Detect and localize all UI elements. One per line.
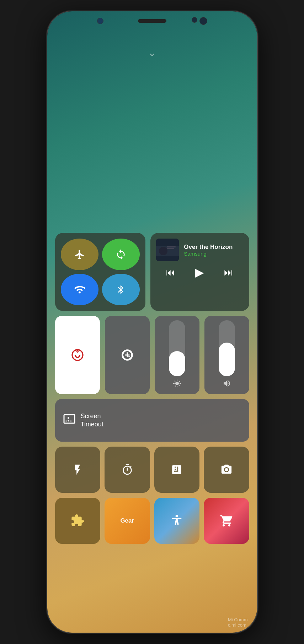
watermark: Mi Comm c.mi.com xyxy=(228,617,248,628)
speaker-grille xyxy=(138,19,166,23)
wifi-button[interactable] xyxy=(61,274,98,305)
screen: ⌄ xyxy=(47,11,257,633)
connectivity-grid xyxy=(55,233,146,311)
row-screen-timeout: ScreenTimeout xyxy=(55,399,249,442)
gear-label: Gear xyxy=(120,517,134,524)
svg-rect-3 xyxy=(167,246,176,247)
camera-button[interactable] xyxy=(204,447,249,493)
shortcuts-row-1 xyxy=(55,447,249,493)
svg-point-7 xyxy=(176,515,178,517)
store-button[interactable] xyxy=(204,498,249,544)
album-art xyxy=(156,239,179,261)
pull-down-arrow[interactable]: ⌄ xyxy=(148,47,156,59)
svg-rect-4 xyxy=(167,248,174,249)
shortcuts-row-2: Gear xyxy=(55,498,249,544)
track-title: Over the Horizon xyxy=(184,244,243,251)
volume-slider[interactable] xyxy=(204,316,249,394)
brightness-slider[interactable] xyxy=(155,316,199,394)
bluetooth-button[interactable] xyxy=(102,274,140,305)
row-connectivity: Over the Horizon Samsung ⏮ ▶ ⏭ xyxy=(55,233,249,311)
svg-point-2 xyxy=(159,247,167,255)
volume-icon xyxy=(223,379,231,390)
screen-timeout-icon xyxy=(63,413,76,428)
volume-fill xyxy=(219,343,235,376)
next-button[interactable]: ⏭ xyxy=(224,267,233,278)
rear-camera xyxy=(192,17,207,25)
watermark-brand: Mi Comm xyxy=(228,617,248,622)
camera-dot-big xyxy=(199,17,207,25)
music-controls: ⏮ ▶ ⏭ xyxy=(156,266,243,279)
row-toggles-sliders xyxy=(55,316,249,394)
phone-frame: ⌄ xyxy=(47,11,257,633)
brightness-icon xyxy=(173,379,181,390)
control-center: Over the Horizon Samsung ⏮ ▶ ⏭ xyxy=(47,224,257,633)
screen-timeout-label: ScreenTimeout xyxy=(81,412,103,429)
brightness-track xyxy=(169,320,185,376)
timer-button[interactable] xyxy=(105,447,150,493)
watermark-site: c.mi.com xyxy=(228,622,248,628)
screen-rotation-lock-button[interactable] xyxy=(55,316,100,394)
puzzle-button[interactable] xyxy=(55,498,101,544)
camera-dot xyxy=(192,17,197,23)
flashlight-button[interactable] xyxy=(55,447,101,493)
front-camera xyxy=(97,18,103,24)
brightness-fill xyxy=(169,351,185,376)
gear-button[interactable]: Gear xyxy=(105,498,150,544)
track-artist: Samsung xyxy=(184,251,243,257)
prev-button[interactable]: ⏮ xyxy=(166,267,175,278)
play-button[interactable]: ▶ xyxy=(195,266,204,279)
calculator-button[interactable] xyxy=(154,447,200,493)
music-track-info: Over the Horizon Samsung xyxy=(184,244,243,257)
music-info-area: Over the Horizon Samsung xyxy=(156,239,243,261)
accessibility-button[interactable] xyxy=(154,498,200,544)
volume-track xyxy=(219,320,235,376)
music-player: Over the Horizon Samsung ⏮ ▶ ⏭ xyxy=(150,233,249,311)
svg-point-5 xyxy=(72,350,83,360)
screen-timeout-button[interactable]: ScreenTimeout xyxy=(55,399,249,442)
rotation-lock-button[interactable] xyxy=(102,239,140,270)
do-not-disturb-button[interactable] xyxy=(105,316,150,394)
airplane-mode-button[interactable] xyxy=(61,239,98,270)
